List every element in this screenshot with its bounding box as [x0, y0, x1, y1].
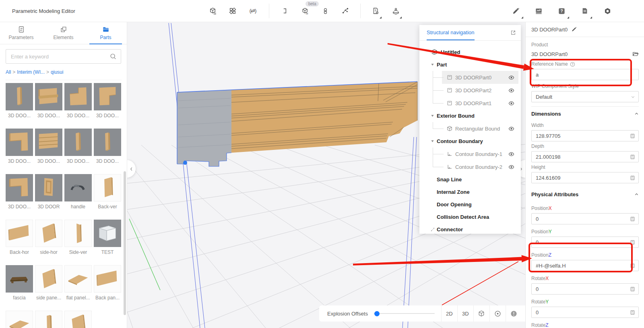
warning-button[interactable]	[506, 305, 522, 322]
part-item[interactable]: side pane...	[35, 265, 62, 301]
slider-track[interactable]	[374, 313, 435, 314]
part-thumbnail-fascia-handle[interactable]	[6, 265, 33, 293]
tree-node-contour-boundary-1[interactable]: Contour Boundary-1	[419, 147, 521, 160]
part-thumbnail-plank-vertical[interactable]	[94, 129, 121, 156]
part-item[interactable]: fascia	[6, 265, 33, 301]
breadcrumb-link[interactable]: All	[6, 69, 11, 75]
vertex-handle-dot[interactable]	[183, 161, 187, 165]
part-thumbnail-plank-vertical[interactable]	[64, 129, 92, 156]
field-input[interactable]	[531, 172, 639, 183]
part-item[interactable]	[35, 311, 62, 328]
view-mode-2d-button[interactable]: 2D	[441, 305, 457, 322]
part-thumbnail-corner-left[interactable]	[64, 83, 92, 110]
part-item[interactable]: 3D DOO...	[6, 83, 33, 119]
visibility-eye-icon[interactable]	[508, 100, 514, 106]
visibility-eye-icon[interactable]	[508, 151, 514, 157]
rotatex-input[interactable]	[536, 286, 627, 292]
tree-node-snap-line[interactable]: Snap Line	[419, 173, 521, 186]
question-circle-icon[interactable]	[570, 62, 575, 67]
part-item[interactable]: Side-ver	[64, 220, 92, 255]
swap-constraints-button[interactable]: (⇄)	[243, 0, 263, 22]
visibility-eye-icon[interactable]	[508, 87, 514, 93]
settings-nut-button[interactable]	[596, 0, 619, 22]
view-eye-button[interactable]	[489, 305, 506, 322]
pattern-array-button[interactable]	[223, 0, 243, 22]
positiony-input[interactable]	[536, 239, 627, 245]
part-thumbnail-panel-tilted[interactable]	[35, 265, 62, 293]
part-item[interactable]: flat panel...	[64, 265, 92, 301]
document-export-button[interactable]	[365, 0, 386, 22]
field-input[interactable]	[531, 130, 639, 141]
search-input[interactable]	[10, 53, 109, 60]
field-input[interactable]	[531, 260, 639, 271]
tree-node-rectangular-bound[interactable]: Rectangular Bound	[419, 122, 521, 135]
breadcrumb-link[interactable]: Interim (WI...	[17, 69, 45, 75]
part-thumbnail-frame-corner[interactable]	[6, 174, 33, 201]
part-item[interactable]: TEST	[94, 220, 121, 255]
part-item[interactable]: Back pan...	[94, 265, 121, 301]
dimensions-section-header[interactable]: Dimensions	[531, 107, 639, 120]
tree-node-3d-doorpart1[interactable]: 3D DOORPart1	[419, 97, 521, 110]
structural-navigation-tab[interactable]: Structural navigation	[427, 25, 475, 40]
field-input[interactable]	[531, 213, 639, 224]
tree-node-contour-boundary[interactable]: Contour Boundary	[419, 135, 521, 147]
tree-node-connector[interactable]: Connector	[419, 223, 521, 234]
part-thumbnail-panel-narrow[interactable]	[64, 220, 92, 247]
part-item[interactable]: 3D DOO...	[64, 83, 92, 119]
sidebar-scrollbar[interactable]	[124, 171, 126, 315]
part-item[interactable]: Back-ver	[94, 174, 121, 210]
component-cube-button[interactable]	[202, 0, 223, 22]
field-input[interactable]	[531, 307, 639, 318]
part-item[interactable]: 3D DOO...	[64, 129, 92, 164]
reference-name-input[interactable]	[536, 72, 635, 78]
edit-pencil-button[interactable]	[504, 0, 527, 22]
model-gray-part[interactable]	[177, 90, 231, 166]
part-thumbnail-plank-vertical[interactable]	[6, 83, 33, 110]
publish-button[interactable]	[386, 0, 406, 22]
tree-caret-icon[interactable]	[431, 63, 435, 66]
part-item[interactable]: 3D DOO...	[94, 129, 121, 164]
part-item[interactable]: 3D DOO...	[35, 129, 62, 164]
part-item[interactable]: handle	[64, 174, 92, 210]
positionz-input[interactable]	[536, 263, 627, 269]
part-item[interactable]: Back-hor	[6, 220, 33, 255]
part-item[interactable]	[6, 311, 33, 328]
part-item[interactable]: 3D DOOR	[35, 174, 62, 210]
formula-cube-button[interactable]: fxbeta	[295, 0, 315, 22]
part-thumbnail-panel-tilted[interactable]	[64, 311, 92, 328]
reference-name-field[interactable]	[531, 69, 639, 80]
explosion-offsets-slider[interactable]	[374, 305, 438, 322]
tab-parts[interactable]: Parts	[85, 22, 127, 44]
tree-node-untitled[interactable]: Untitled	[419, 46, 521, 58]
tab-parameters[interactable]: Parameters	[0, 22, 42, 44]
tree-node-3d-doorpart2[interactable]: 3D DOORPart2	[419, 84, 521, 97]
field-input[interactable]	[531, 237, 639, 248]
tree-node-3d-doorpart0[interactable]: 3D DOORPart0	[419, 71, 521, 84]
part-thumbnail-panel-horizontal[interactable]	[94, 265, 121, 293]
link-button[interactable]	[315, 0, 335, 22]
positionx-input[interactable]	[536, 216, 627, 222]
document-lines-button[interactable]	[573, 0, 596, 22]
part-thumbnail-panel-flat[interactable]	[6, 311, 33, 328]
monitor-chart-button[interactable]	[527, 0, 550, 22]
part-thumbnail-panel-tilted[interactable]	[35, 220, 62, 247]
rename-pencil-icon[interactable]	[571, 27, 577, 32]
tree-node-door-opening[interactable]: Door Opening	[419, 198, 521, 211]
part-item[interactable]: side-hor	[35, 220, 62, 255]
width-input[interactable]	[536, 133, 627, 139]
wip-style-select[interactable]: Default	[531, 91, 639, 102]
part-thumbnail-panel-flat[interactable]	[64, 265, 92, 293]
model-wood-part[interactable]	[231, 82, 417, 153]
search-icon[interactable]	[109, 53, 117, 60]
tree-node-collision-detect-area[interactable]: Collision Detect Area	[419, 211, 521, 223]
tree-node-internal-zone[interactable]: Internal Zone	[419, 186, 521, 198]
part-thumbnail-plank-vertical[interactable]	[35, 311, 62, 328]
popout-icon[interactable]	[510, 30, 516, 35]
part-thumbnail-moulding-bench[interactable]	[35, 83, 62, 110]
physical-attributes-section-header[interactable]: Physical Attributes	[531, 187, 639, 201]
part-item[interactable]: 3D DOO...	[6, 174, 33, 210]
visibility-eye-icon[interactable]	[508, 126, 514, 132]
part-thumbnail-panel-vertical[interactable]	[94, 174, 121, 201]
share-nodes-button[interactable]	[335, 0, 355, 22]
part-item[interactable]: 3D DOO...	[35, 83, 62, 119]
